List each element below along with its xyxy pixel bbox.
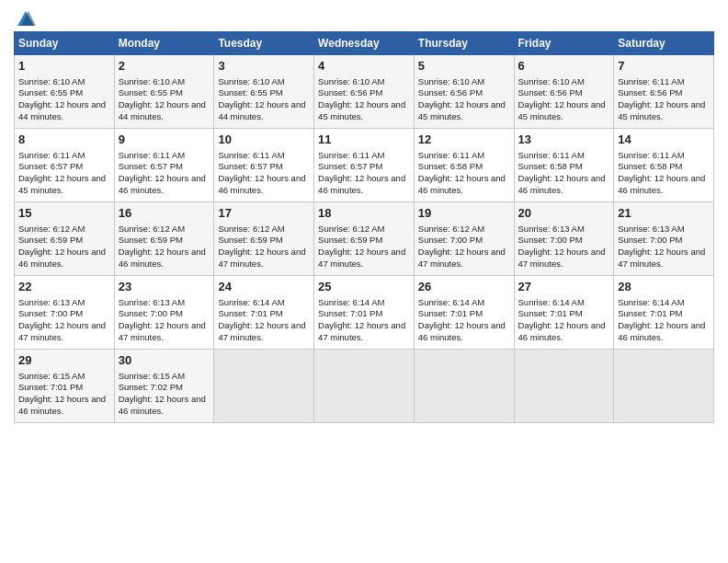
page-container: SundayMondayTuesdayWednesdayThursdayFrid… <box>0 0 728 432</box>
day-header: Saturday <box>614 32 714 55</box>
day-number: 6 <box>518 58 610 75</box>
sunrise-text: Sunrise: 6:11 AM <box>119 150 210 162</box>
calendar-cell: 1Sunrise: 6:10 AMSunset: 6:55 PMDaylight… <box>15 55 115 129</box>
cell-content: 11Sunrise: 6:11 AMSunset: 6:57 PMDayligh… <box>318 132 410 197</box>
day-number: 3 <box>218 58 310 75</box>
calendar-cell <box>614 350 714 423</box>
daylight-text: Daylight: 12 hours and 46 minutes. <box>618 173 710 197</box>
cell-content: 21Sunrise: 6:13 AMSunset: 7:00 PMDayligh… <box>618 205 710 270</box>
calendar-cell: 16Sunrise: 6:12 AMSunset: 6:59 PMDayligh… <box>114 202 214 276</box>
day-number: 1 <box>18 58 110 75</box>
daylight-text: Daylight: 12 hours and 45 minutes. <box>318 99 410 123</box>
day-number: 13 <box>518 132 610 148</box>
day-number: 15 <box>18 205 110 222</box>
cell-content: 18Sunrise: 6:12 AMSunset: 6:59 PMDayligh… <box>318 205 410 270</box>
daylight-text: Daylight: 12 hours and 46 minutes. <box>518 173 610 197</box>
sunrise-text: Sunrise: 6:14 AM <box>318 297 410 309</box>
day-number: 26 <box>418 279 510 295</box>
day-header: Sunday <box>15 32 115 55</box>
cell-content: 29Sunrise: 6:15 AMSunset: 7:01 PMDayligh… <box>18 352 110 418</box>
sunset-text: Sunset: 6:55 PM <box>218 87 310 99</box>
sunrise-text: Sunrise: 6:11 AM <box>518 150 610 162</box>
cell-content: 6Sunrise: 6:10 AMSunset: 6:56 PMDaylight… <box>518 58 610 123</box>
calendar-cell: 5Sunrise: 6:10 AMSunset: 6:56 PMDaylight… <box>414 55 514 129</box>
sunrise-text: Sunrise: 6:11 AM <box>18 150 110 162</box>
cell-content: 19Sunrise: 6:12 AMSunset: 7:00 PMDayligh… <box>418 205 510 270</box>
sunrise-text: Sunrise: 6:12 AM <box>119 224 210 236</box>
cell-content: 4Sunrise: 6:10 AMSunset: 6:56 PMDaylight… <box>318 58 410 123</box>
cell-content: 20Sunrise: 6:13 AMSunset: 7:00 PMDayligh… <box>518 205 610 270</box>
sunrise-text: Sunrise: 6:15 AM <box>18 371 110 383</box>
sunset-text: Sunset: 7:01 PM <box>418 308 510 320</box>
sunset-text: Sunset: 6:59 PM <box>218 235 310 247</box>
calendar-cell: 24Sunrise: 6:14 AMSunset: 7:01 PMDayligh… <box>214 276 314 350</box>
day-number: 18 <box>318 205 410 222</box>
daylight-text: Daylight: 12 hours and 45 minutes. <box>518 99 610 123</box>
sunset-text: Sunset: 7:01 PM <box>218 308 310 320</box>
sunrise-text: Sunrise: 6:11 AM <box>418 150 510 162</box>
calendar-cell: 2Sunrise: 6:10 AMSunset: 6:55 PMDaylight… <box>114 55 214 129</box>
sunset-text: Sunset: 6:58 PM <box>418 161 510 173</box>
sunset-text: Sunset: 6:55 PM <box>18 87 110 99</box>
daylight-text: Daylight: 12 hours and 46 minutes. <box>18 247 110 270</box>
logo-text <box>14 9 36 26</box>
calendar-cell: 15Sunrise: 6:12 AMSunset: 6:59 PMDayligh… <box>15 202 115 276</box>
daylight-text: Daylight: 12 hours and 46 minutes. <box>418 173 510 197</box>
day-number: 10 <box>218 132 310 148</box>
cell-content: 13Sunrise: 6:11 AMSunset: 6:58 PMDayligh… <box>518 132 610 197</box>
sunset-text: Sunset: 6:57 PM <box>119 161 210 173</box>
daylight-text: Daylight: 12 hours and 46 minutes. <box>119 394 210 418</box>
calendar-cell: 18Sunrise: 6:12 AMSunset: 6:59 PMDayligh… <box>314 202 415 276</box>
daylight-text: Daylight: 12 hours and 46 minutes. <box>119 247 210 270</box>
day-header: Thursday <box>414 32 514 55</box>
calendar-cell: 8Sunrise: 6:11 AMSunset: 6:57 PMDaylight… <box>15 129 115 202</box>
calendar-cell <box>514 350 614 423</box>
sunset-text: Sunset: 6:56 PM <box>418 87 510 99</box>
day-number: 12 <box>418 132 510 148</box>
sunrise-text: Sunrise: 6:12 AM <box>218 224 310 236</box>
day-number: 9 <box>119 132 210 148</box>
sunset-text: Sunset: 6:56 PM <box>518 87 610 99</box>
cell-content: 1Sunrise: 6:10 AMSunset: 6:55 PMDaylight… <box>18 58 110 123</box>
sunrise-text: Sunrise: 6:10 AM <box>18 76 110 88</box>
calendar-cell: 22Sunrise: 6:13 AMSunset: 7:00 PMDayligh… <box>15 276 115 350</box>
daylight-text: Daylight: 12 hours and 44 minutes. <box>218 99 310 123</box>
daylight-text: Daylight: 12 hours and 46 minutes. <box>318 173 410 197</box>
daylight-text: Daylight: 12 hours and 47 minutes. <box>318 247 410 270</box>
calendar-cell: 13Sunrise: 6:11 AMSunset: 6:58 PMDayligh… <box>514 129 614 202</box>
daylight-text: Daylight: 12 hours and 47 minutes. <box>418 247 510 270</box>
calendar-cell: 14Sunrise: 6:11 AMSunset: 6:58 PMDayligh… <box>614 129 714 202</box>
cell-content: 9Sunrise: 6:11 AMSunset: 6:57 PMDaylight… <box>119 132 210 197</box>
sunset-text: Sunset: 7:01 PM <box>18 382 110 394</box>
daylight-text: Daylight: 12 hours and 44 minutes. <box>119 99 210 123</box>
sunrise-text: Sunrise: 6:10 AM <box>318 76 410 88</box>
day-number: 5 <box>418 58 510 75</box>
cell-content: 3Sunrise: 6:10 AMSunset: 6:55 PMDaylight… <box>218 58 310 123</box>
calendar-cell: 11Sunrise: 6:11 AMSunset: 6:57 PMDayligh… <box>314 129 415 202</box>
cell-content: 27Sunrise: 6:14 AMSunset: 7:01 PMDayligh… <box>518 279 610 344</box>
cell-content: 25Sunrise: 6:14 AMSunset: 7:01 PMDayligh… <box>318 279 410 344</box>
calendar-table: SundayMondayTuesdayWednesdayThursdayFrid… <box>14 31 714 423</box>
daylight-text: Daylight: 12 hours and 47 minutes. <box>18 320 110 344</box>
day-number: 21 <box>618 205 710 222</box>
day-number: 16 <box>119 205 210 222</box>
daylight-text: Daylight: 12 hours and 47 minutes. <box>618 247 710 270</box>
calendar-cell: 10Sunrise: 6:11 AMSunset: 6:57 PMDayligh… <box>214 129 314 202</box>
sunrise-text: Sunrise: 6:11 AM <box>318 150 410 162</box>
day-number: 4 <box>318 58 410 75</box>
calendar-cell: 17Sunrise: 6:12 AMSunset: 6:59 PMDayligh… <box>214 202 314 276</box>
sunrise-text: Sunrise: 6:10 AM <box>119 76 210 88</box>
calendar-cell: 29Sunrise: 6:15 AMSunset: 7:01 PMDayligh… <box>15 350 115 423</box>
cell-content: 24Sunrise: 6:14 AMSunset: 7:01 PMDayligh… <box>218 279 310 344</box>
calendar-cell: 26Sunrise: 6:14 AMSunset: 7:01 PMDayligh… <box>414 276 514 350</box>
cell-content: 22Sunrise: 6:13 AMSunset: 7:00 PMDayligh… <box>18 279 110 344</box>
cell-content: 15Sunrise: 6:12 AMSunset: 6:59 PMDayligh… <box>18 205 110 270</box>
daylight-text: Daylight: 12 hours and 47 minutes. <box>218 247 310 270</box>
sunset-text: Sunset: 7:01 PM <box>518 308 610 320</box>
sunset-text: Sunset: 7:00 PM <box>18 308 110 320</box>
calendar-cell: 27Sunrise: 6:14 AMSunset: 7:01 PMDayligh… <box>514 276 614 350</box>
sunrise-text: Sunrise: 6:14 AM <box>218 297 310 309</box>
day-number: 17 <box>218 205 310 222</box>
daylight-text: Daylight: 12 hours and 46 minutes. <box>218 173 310 197</box>
cell-content: 7Sunrise: 6:11 AMSunset: 6:56 PMDaylight… <box>618 58 710 123</box>
